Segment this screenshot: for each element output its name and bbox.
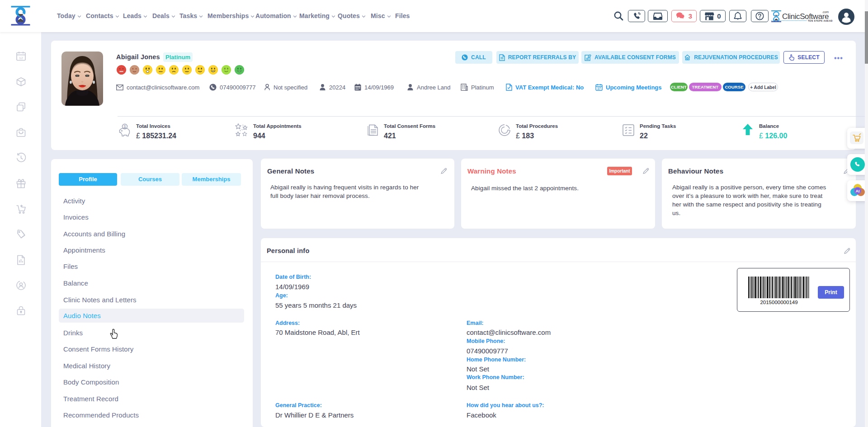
svg-text:17: 17 (597, 87, 601, 90)
svg-text:AI: AI (856, 189, 860, 193)
svg-text:TEN STEPS AHEAD: TEN STEPS AHEAD (808, 19, 833, 22)
svg-text:.com: .com (822, 10, 829, 14)
svg-text:12: 12 (19, 56, 23, 60)
